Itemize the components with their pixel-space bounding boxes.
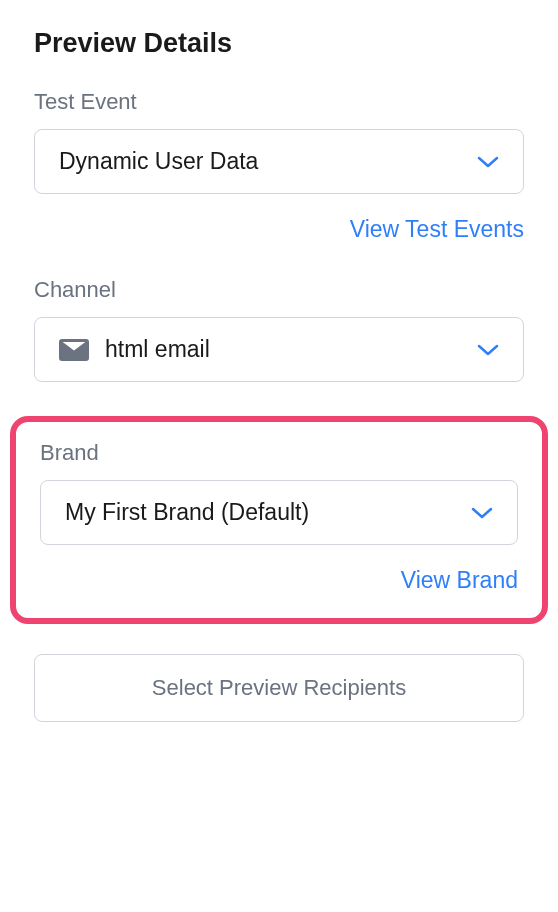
channel-value: html email: [105, 336, 210, 363]
page-title: Preview Details: [34, 28, 524, 59]
view-brand-link[interactable]: View Brand: [401, 567, 518, 594]
brand-select[interactable]: My First Brand (Default): [40, 480, 518, 545]
channel-field: Channel html email: [34, 277, 524, 382]
brand-field: Brand My First Brand (Default) View Bran…: [40, 440, 518, 594]
brand-highlight-box: Brand My First Brand (Default) View Bran…: [10, 416, 548, 624]
test-event-field: Test Event Dynamic User Data View Test E…: [34, 89, 524, 243]
view-test-events-link[interactable]: View Test Events: [350, 216, 524, 243]
select-recipients-button[interactable]: Select Preview Recipients: [34, 654, 524, 722]
test-event-value: Dynamic User Data: [59, 148, 258, 175]
channel-label: Channel: [34, 277, 524, 303]
chevron-down-icon: [471, 507, 493, 519]
chevron-down-icon: [477, 156, 499, 168]
test-event-label: Test Event: [34, 89, 524, 115]
brand-label: Brand: [40, 440, 518, 466]
channel-select[interactable]: html email: [34, 317, 524, 382]
test-event-link-row: View Test Events: [34, 216, 524, 243]
brand-link-row: View Brand: [40, 567, 518, 594]
email-icon: [59, 339, 89, 361]
test-event-select[interactable]: Dynamic User Data: [34, 129, 524, 194]
chevron-down-icon: [477, 344, 499, 356]
brand-value: My First Brand (Default): [65, 499, 309, 526]
